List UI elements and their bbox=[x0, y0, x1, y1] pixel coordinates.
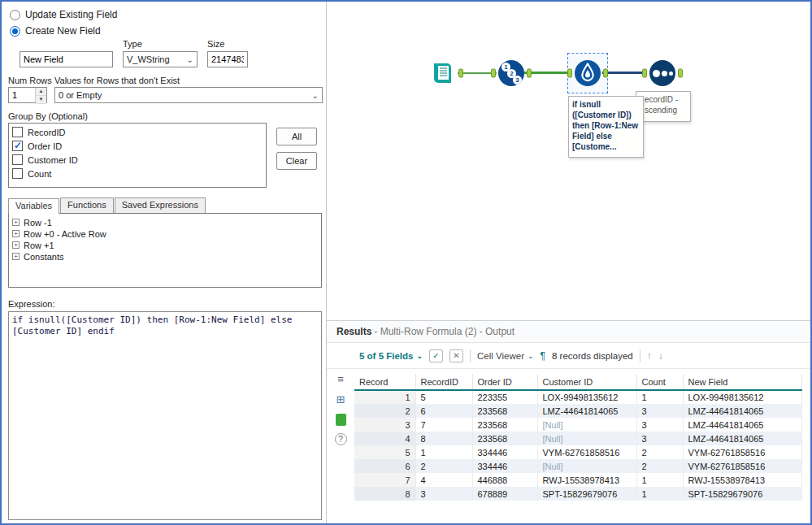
expand-icon[interactable]: + bbox=[12, 230, 20, 237]
expand-icon[interactable]: + bbox=[12, 253, 20, 260]
radio-update-existing[interactable]: Update Existing Field bbox=[10, 9, 326, 20]
cell[interactable]: 1 bbox=[415, 445, 472, 459]
cell[interactable]: 5 bbox=[415, 390, 472, 404]
arrow-down-icon[interactable]: ↓ bbox=[658, 350, 663, 362]
col-customer-id[interactable]: Customer ID bbox=[537, 374, 636, 390]
spin-up-icon[interactable]: ▲ bbox=[36, 88, 46, 96]
cell-record[interactable]: 1 bbox=[354, 390, 415, 404]
tree-item-row-minus1[interactable]: + Row -1 bbox=[12, 217, 321, 228]
arrow-up-icon[interactable]: ↑ bbox=[647, 350, 652, 362]
new-field-input[interactable] bbox=[20, 51, 113, 67]
tree-item-constants[interactable]: + Constants bbox=[12, 251, 321, 262]
cell[interactable]: 3 bbox=[636, 404, 683, 418]
cell[interactable]: 2 bbox=[415, 459, 472, 473]
cell-record[interactable]: 8 bbox=[354, 487, 415, 501]
pilcrow-icon[interactable]: ¶ bbox=[541, 350, 545, 362]
tree-item-row-0[interactable]: + Row +0 - Active Row bbox=[12, 228, 321, 239]
cell[interactable]: 4 bbox=[415, 473, 472, 487]
cell-null[interactable]: [Null] bbox=[537, 459, 636, 473]
input-anchor[interactable] bbox=[642, 69, 647, 78]
multi-row-formula-tool[interactable] bbox=[575, 60, 601, 86]
tree-item-row-plus1[interactable]: + Row +1 bbox=[12, 240, 321, 250]
group-item-recordid[interactable]: RecordID bbox=[9, 125, 266, 139]
radio-icon[interactable] bbox=[10, 10, 20, 20]
group-item-order-id[interactable]: Order ID bbox=[9, 139, 266, 153]
input-anchor[interactable] bbox=[491, 69, 496, 78]
checkbox-icon[interactable] bbox=[12, 168, 23, 179]
output-anchor[interactable] bbox=[678, 69, 683, 78]
cell[interactable]: 2 bbox=[636, 445, 683, 459]
group-item-count[interactable]: Count bbox=[9, 167, 266, 180]
cell[interactable]: LOX-99498135612 bbox=[537, 390, 636, 404]
output-anchor[interactable] bbox=[603, 69, 608, 78]
col-record[interactable]: Record bbox=[354, 374, 415, 390]
cell[interactable]: 3 bbox=[636, 418, 683, 432]
col-count[interactable]: Count bbox=[636, 374, 683, 390]
checkbox-checked-icon[interactable] bbox=[12, 141, 23, 151]
cell[interactable]: 223355 bbox=[472, 390, 537, 404]
workflow-canvas[interactable]: 1 2 3 bbox=[327, 2, 810, 321]
cell[interactable]: 678889 bbox=[472, 487, 537, 501]
formula-annotation[interactable]: if isnull ([Customer ID]) then [Row-1:Ne… bbox=[568, 96, 644, 158]
type-dropdown[interactable]: V_WString ⌄ bbox=[123, 51, 198, 67]
cell-null[interactable]: [Null] bbox=[537, 432, 636, 445]
fields-dropdown[interactable]: 5 of 5 Fields ⌄ bbox=[359, 351, 423, 361]
cell[interactable]: 233568 bbox=[472, 404, 537, 418]
clear-button[interactable]: Clear bbox=[276, 152, 317, 170]
cell[interactable]: 6 bbox=[415, 404, 472, 418]
cell[interactable]: LOX-99498135612 bbox=[683, 390, 801, 404]
cell[interactable]: 446888 bbox=[472, 473, 537, 487]
cell[interactable]: 3 bbox=[415, 487, 472, 501]
expand-icon[interactable]: + bbox=[12, 241, 20, 249]
cell[interactable]: VYM-62761858516 bbox=[683, 445, 801, 459]
cell[interactable]: 1 bbox=[636, 487, 683, 501]
table-view-icon[interactable]: ⊞ bbox=[333, 393, 348, 406]
cell[interactable]: VYM-62761858516 bbox=[683, 459, 801, 473]
radio-selected-icon[interactable] bbox=[10, 26, 20, 37]
cell-record[interactable]: 2 bbox=[354, 404, 415, 418]
cell[interactable]: 334446 bbox=[472, 459, 537, 473]
col-recordid[interactable]: RecordID bbox=[415, 374, 472, 390]
spin-down-icon[interactable]: ▼ bbox=[36, 96, 46, 104]
tab-variables[interactable]: Variables bbox=[8, 198, 59, 214]
select-fields-icon[interactable]: ✓ bbox=[429, 349, 443, 362]
all-button[interactable]: All bbox=[276, 128, 317, 145]
cell[interactable]: 233568 bbox=[472, 418, 537, 432]
text-input-tool[interactable] bbox=[430, 60, 456, 86]
col-order-id[interactable]: Order ID bbox=[472, 374, 537, 390]
tab-saved-expressions[interactable]: Saved Expressions bbox=[115, 197, 206, 213]
cell[interactable]: SPT-15829679076 bbox=[683, 487, 801, 501]
record-id-tool[interactable]: 1 2 3 bbox=[498, 60, 524, 86]
output-anchor[interactable] bbox=[458, 69, 463, 78]
cell-record[interactable]: 4 bbox=[354, 432, 415, 445]
cell[interactable]: RWJ-15538978413 bbox=[537, 473, 636, 487]
group-item-customer-id[interactable]: Customer ID bbox=[9, 153, 266, 167]
sort-annotation[interactable]: ecordID - scending bbox=[636, 91, 691, 122]
num-rows-stepper[interactable]: ▲ ▼ bbox=[8, 87, 47, 103]
cell[interactable]: LMZ-44641814065 bbox=[537, 404, 636, 418]
checkbox-icon[interactable] bbox=[12, 127, 23, 137]
num-rows-input[interactable] bbox=[9, 88, 35, 102]
cell[interactable]: LMZ-44641814065 bbox=[683, 432, 801, 445]
checkbox-icon[interactable] bbox=[12, 154, 23, 165]
deselect-fields-icon[interactable]: ✕ bbox=[449, 349, 463, 362]
output-anchor[interactable] bbox=[527, 69, 532, 78]
cell-null[interactable]: [Null] bbox=[537, 418, 636, 432]
cell[interactable]: 1 bbox=[636, 390, 683, 404]
input-anchor[interactable] bbox=[567, 69, 572, 78]
cell-record[interactable]: 7 bbox=[354, 473, 415, 487]
cell-viewer-dropdown[interactable]: Cell Viewer ⌄ bbox=[477, 351, 534, 361]
help-icon[interactable]: ? bbox=[335, 433, 347, 445]
cell[interactable]: LMZ-44641814065 bbox=[683, 404, 801, 418]
expression-editor[interactable]: if isnull([Customer ID]) then [Row-1:New… bbox=[8, 311, 322, 520]
sort-tool[interactable] bbox=[649, 60, 675, 86]
cell[interactable]: 7 bbox=[415, 418, 472, 432]
values-dropdown[interactable]: 0 or Empty ⌄ bbox=[54, 87, 323, 103]
cell[interactable]: 334446 bbox=[472, 445, 537, 459]
tab-functions[interactable]: Functions bbox=[60, 197, 114, 213]
output-view-icon[interactable] bbox=[333, 413, 348, 427]
cell-record[interactable]: 6 bbox=[354, 459, 415, 473]
cell-record[interactable]: 3 bbox=[354, 418, 415, 432]
col-new-field[interactable]: New Field bbox=[683, 374, 801, 390]
cell[interactable]: 233568 bbox=[472, 432, 537, 445]
